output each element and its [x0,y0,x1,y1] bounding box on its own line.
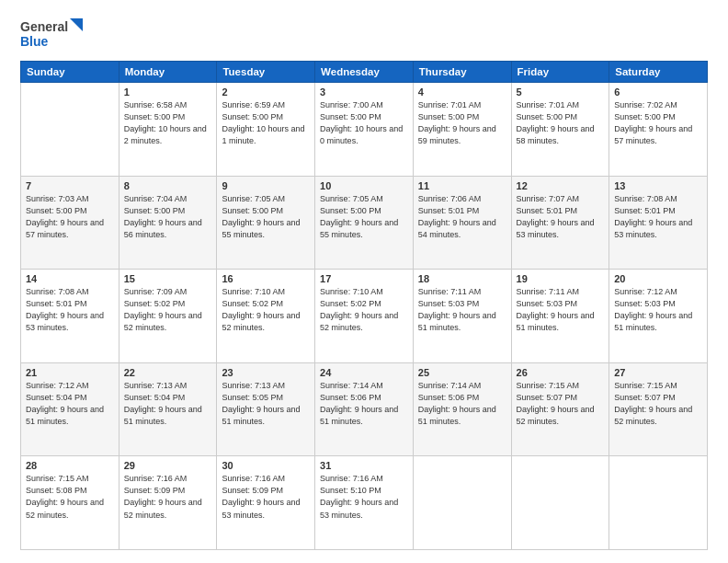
day-number: 16 [222,273,310,284]
cell-details: Sunrise: 7:03 AM Sunset: 5:00 PM Dayligh… [26,193,114,241]
calendar-cell: 25Sunrise: 7:14 AM Sunset: 5:06 PM Dayli… [413,362,511,456]
day-number: 10 [320,180,408,191]
day-number: 14 [26,273,114,284]
calendar-cell: 4Sunrise: 7:01 AM Sunset: 5:00 PM Daylig… [413,83,511,177]
calendar-cell: 14Sunrise: 7:08 AM Sunset: 5:01 PM Dayli… [21,270,119,363]
day-number: 27 [614,367,702,378]
calendar-cell: 20Sunrise: 7:12 AM Sunset: 5:03 PM Dayli… [609,270,708,363]
calendar-cell: 9Sunrise: 7:05 AM Sunset: 5:00 PM Daylig… [217,176,315,270]
calendar-cell: 1Sunrise: 6:58 AM Sunset: 5:00 PM Daylig… [119,83,217,177]
day-number: 7 [26,180,114,191]
calendar-cell: 18Sunrise: 7:11 AM Sunset: 5:03 PM Dayli… [413,270,511,363]
cell-details: Sunrise: 7:15 AM Sunset: 5:08 PM Dayligh… [26,473,114,521]
calendar-cell [609,456,708,550]
weekday-header-tuesday: Tuesday [217,62,315,83]
day-number: 9 [222,180,310,191]
logo-graphic: General Blue [20,17,85,52]
day-number: 29 [124,460,212,471]
week-row-5: 28Sunrise: 7:15 AM Sunset: 5:08 PM Dayli… [21,456,708,550]
page: General Blue SundayMondayTuesdayWednesda… [0,0,728,563]
cell-details: Sunrise: 7:14 AM Sunset: 5:06 PM Dayligh… [320,380,408,428]
svg-marker-2 [70,18,83,31]
cell-details: Sunrise: 7:13 AM Sunset: 5:04 PM Dayligh… [124,380,212,428]
day-number: 23 [222,367,310,378]
day-number: 4 [418,86,506,98]
day-number: 11 [418,180,506,191]
day-number: 13 [614,180,702,191]
week-row-1: 1Sunrise: 6:58 AM Sunset: 5:00 PM Daylig… [21,83,708,177]
weekday-header-thursday: Thursday [413,62,511,83]
calendar-cell: 15Sunrise: 7:09 AM Sunset: 5:02 PM Dayli… [119,270,217,363]
cell-details: Sunrise: 7:15 AM Sunset: 5:07 PM Dayligh… [614,380,702,428]
cell-details: Sunrise: 7:07 AM Sunset: 5:01 PM Dayligh… [517,193,605,241]
day-number: 22 [124,367,212,378]
cell-details: Sunrise: 7:01 AM Sunset: 5:00 PM Dayligh… [418,99,506,147]
calendar-cell: 2Sunrise: 6:59 AM Sunset: 5:00 PM Daylig… [217,83,315,177]
day-number: 12 [517,180,605,191]
calendar-cell: 26Sunrise: 7:15 AM Sunset: 5:07 PM Dayli… [511,362,609,456]
day-number: 3 [320,86,408,98]
cell-details: Sunrise: 7:16 AM Sunset: 5:09 PM Dayligh… [124,473,212,521]
calendar-cell: 16Sunrise: 7:10 AM Sunset: 5:02 PM Dayli… [217,270,315,363]
calendar-cell: 21Sunrise: 7:12 AM Sunset: 5:04 PM Dayli… [21,362,119,456]
day-number: 24 [320,367,408,378]
cell-details: Sunrise: 7:11 AM Sunset: 5:03 PM Dayligh… [418,286,506,334]
calendar-cell: 11Sunrise: 7:06 AM Sunset: 5:01 PM Dayli… [413,176,511,270]
weekday-header-row: SundayMondayTuesdayWednesdayThursdayFrid… [21,62,708,83]
weekday-header-sunday: Sunday [21,62,119,83]
cell-details: Sunrise: 7:13 AM Sunset: 5:05 PM Dayligh… [222,380,310,428]
cell-details: Sunrise: 7:06 AM Sunset: 5:01 PM Dayligh… [418,193,506,241]
cell-details: Sunrise: 7:05 AM Sunset: 5:00 PM Dayligh… [320,193,408,241]
weekday-header-monday: Monday [119,62,217,83]
cell-details: Sunrise: 7:08 AM Sunset: 5:01 PM Dayligh… [614,193,702,241]
cell-details: Sunrise: 7:14 AM Sunset: 5:06 PM Dayligh… [418,380,506,428]
calendar-cell: 30Sunrise: 7:16 AM Sunset: 5:09 PM Dayli… [217,456,315,550]
calendar-cell: 24Sunrise: 7:14 AM Sunset: 5:06 PM Dayli… [315,362,414,456]
calendar-cell: 19Sunrise: 7:11 AM Sunset: 5:03 PM Dayli… [511,270,609,363]
cell-details: Sunrise: 7:02 AM Sunset: 5:00 PM Dayligh… [614,99,702,147]
cell-details: Sunrise: 6:58 AM Sunset: 5:00 PM Dayligh… [124,99,212,147]
cell-details: Sunrise: 7:16 AM Sunset: 5:09 PM Dayligh… [222,473,310,521]
calendar-cell: 29Sunrise: 7:16 AM Sunset: 5:09 PM Dayli… [119,456,217,550]
calendar-cell [413,456,511,550]
day-number: 26 [517,367,605,378]
calendar-cell: 3Sunrise: 7:00 AM Sunset: 5:00 PM Daylig… [315,83,414,177]
cell-details: Sunrise: 7:04 AM Sunset: 5:00 PM Dayligh… [124,193,212,241]
cell-details: Sunrise: 7:12 AM Sunset: 5:03 PM Dayligh… [614,286,702,334]
day-number: 31 [320,460,408,471]
calendar-cell: 27Sunrise: 7:15 AM Sunset: 5:07 PM Dayli… [609,362,708,456]
day-number: 18 [418,273,506,284]
day-number: 8 [124,180,212,191]
svg-text:General: General [20,19,68,34]
day-number: 6 [614,86,702,98]
day-number: 20 [614,273,702,284]
cell-details: Sunrise: 7:09 AM Sunset: 5:02 PM Dayligh… [124,286,212,334]
cell-details: Sunrise: 7:10 AM Sunset: 5:02 PM Dayligh… [320,286,408,334]
day-number: 30 [222,460,310,471]
week-row-2: 7Sunrise: 7:03 AM Sunset: 5:00 PM Daylig… [21,176,708,270]
week-row-3: 14Sunrise: 7:08 AM Sunset: 5:01 PM Dayli… [21,270,708,363]
cell-details: Sunrise: 7:00 AM Sunset: 5:00 PM Dayligh… [320,99,408,147]
calendar-cell: 23Sunrise: 7:13 AM Sunset: 5:05 PM Dayli… [217,362,315,456]
cell-details: Sunrise: 7:12 AM Sunset: 5:04 PM Dayligh… [26,380,114,428]
calendar-cell [21,83,119,177]
cell-details: Sunrise: 7:10 AM Sunset: 5:02 PM Dayligh… [222,286,310,334]
calendar-cell: 12Sunrise: 7:07 AM Sunset: 5:01 PM Dayli… [511,176,609,270]
logo: General Blue [20,17,85,52]
day-number: 1 [124,86,212,98]
calendar-cell: 22Sunrise: 7:13 AM Sunset: 5:04 PM Dayli… [119,362,217,456]
weekday-header-friday: Friday [511,62,609,83]
cell-details: Sunrise: 7:01 AM Sunset: 5:00 PM Dayligh… [517,99,605,147]
cell-details: Sunrise: 7:16 AM Sunset: 5:10 PM Dayligh… [320,473,408,521]
cell-details: Sunrise: 6:59 AM Sunset: 5:00 PM Dayligh… [222,99,310,147]
calendar-cell: 13Sunrise: 7:08 AM Sunset: 5:01 PM Dayli… [609,176,708,270]
calendar-cell: 7Sunrise: 7:03 AM Sunset: 5:00 PM Daylig… [21,176,119,270]
header: General Blue [20,17,708,52]
day-number: 5 [517,86,605,98]
day-number: 2 [222,86,310,98]
calendar-cell: 10Sunrise: 7:05 AM Sunset: 5:00 PM Dayli… [315,176,414,270]
cell-details: Sunrise: 7:05 AM Sunset: 5:00 PM Dayligh… [222,193,310,241]
cell-details: Sunrise: 7:08 AM Sunset: 5:01 PM Dayligh… [26,286,114,334]
day-number: 15 [124,273,212,284]
svg-text:Blue: Blue [20,34,49,49]
